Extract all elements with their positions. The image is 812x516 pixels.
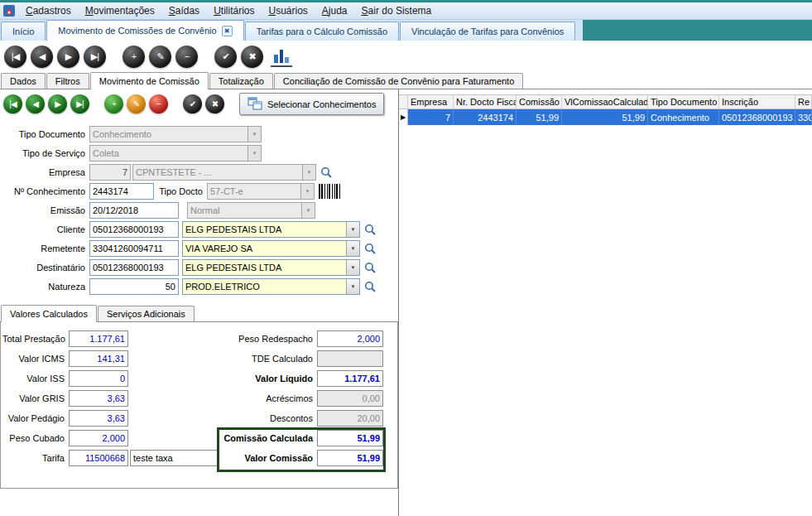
tab-movimento-de-comissao[interactable]: Movimento de Comissão bbox=[90, 72, 209, 89]
tarifa-descricao-field[interactable]: teste taxa bbox=[130, 450, 218, 466]
menu-utilitarios[interactable]: Utilitários bbox=[207, 3, 261, 18]
valor-gris-field[interactable]: 3,63 bbox=[69, 390, 128, 407]
valor-pedagio-field[interactable]: 3,63 bbox=[69, 410, 128, 427]
chevron-down-icon: ▼ bbox=[247, 146, 261, 161]
total-prestacao-field[interactable]: 1.177,61 bbox=[69, 330, 128, 347]
form-row-remetente: Remetente 33041260094711 VIA VAREJO SA ▼ bbox=[0, 240, 398, 257]
record-edit-button[interactable]: ✎ bbox=[127, 94, 146, 113]
valor-liquido-field: 1.177,61 bbox=[317, 370, 383, 387]
cliente-name-value: ELG PEDESTAIS LTDA bbox=[183, 224, 346, 234]
form-row-destinatario: Destinatário 05012368000193 ELG PEDESTAI… bbox=[0, 259, 398, 276]
tab-inicio[interactable]: Início bbox=[1, 22, 46, 41]
grid-col-comissao[interactable]: Comissão bbox=[517, 95, 562, 109]
record-confirm-button[interactable]: ✔ bbox=[183, 94, 202, 113]
cell-empresa: 7 bbox=[408, 109, 454, 125]
grid-col-re[interactable]: Re bbox=[795, 95, 812, 109]
valor-comissao-field[interactable]: 51,99 bbox=[317, 450, 383, 466]
emissao-date-field[interactable]: 20/12/2018 bbox=[89, 202, 179, 219]
tab-label: Início bbox=[12, 27, 34, 36]
natureza-code-value: 50 bbox=[166, 282, 175, 292]
menu-usuarios[interactable]: Usuários bbox=[262, 3, 314, 18]
tab-filtros[interactable]: Filtros bbox=[46, 73, 89, 89]
peso-redespacho-label: Peso Redespacho bbox=[219, 334, 317, 344]
valor-iss-field[interactable]: 0 bbox=[69, 370, 128, 387]
add-button[interactable]: + bbox=[123, 46, 145, 68]
descontos-field: 20,00 bbox=[317, 410, 383, 427]
selecionar-conhecimentos-button[interactable]: Selecionar Conhecimentos bbox=[239, 93, 384, 115]
conhecimentos-grid: Empresa Nr. Docto Fiscal Comissão VlComi… bbox=[399, 89, 812, 516]
record-add-button[interactable]: + bbox=[104, 94, 123, 113]
nav-last-button[interactable]: ▶| bbox=[84, 46, 106, 68]
search-icon[interactable] bbox=[363, 279, 377, 294]
remetente-name-combo[interactable]: VIA VAREJO SA ▼ bbox=[182, 240, 360, 257]
search-icon[interactable] bbox=[363, 260, 377, 275]
cliente-code-field[interactable]: 05012368000193 bbox=[89, 221, 179, 238]
record-nav-first-button[interactable]: |◀ bbox=[3, 94, 22, 113]
tab-dados[interactable]: Dados bbox=[1, 73, 46, 89]
tab-conciliacao[interactable]: Conciliação de Comissão de Convênio para… bbox=[274, 73, 523, 89]
value-row-tarifa: Tarifa 11500668 teste taxa bbox=[2, 450, 219, 466]
record-nav-last-button[interactable]: ▶| bbox=[70, 94, 89, 113]
cancel-button[interactable]: ✖ bbox=[241, 46, 263, 68]
tab-vinculacao-tarifas-convenios[interactable]: Vinculação de Tarifas para Convênios bbox=[400, 22, 575, 41]
search-icon[interactable] bbox=[363, 241, 377, 256]
peso-cubado-field[interactable]: 2,000 bbox=[69, 430, 128, 446]
cell-tipo-documento: Conhecimento bbox=[648, 109, 719, 125]
peso-redespacho-field[interactable]: 2,000 bbox=[317, 330, 383, 347]
grid-col-empresa[interactable]: Empresa bbox=[408, 95, 454, 109]
search-icon[interactable] bbox=[319, 165, 334, 180]
remetente-code-field[interactable]: 33041260094711 bbox=[89, 240, 179, 257]
tab-valores-calculados[interactable]: Valores Calculados bbox=[1, 305, 97, 322]
peso-redespacho-value: 2,000 bbox=[357, 334, 380, 344]
confirm-button[interactable]: ✔ bbox=[214, 46, 237, 68]
natureza-name-combo[interactable]: PROD.ELETRICO ▼ bbox=[182, 278, 360, 295]
chevron-down-icon[interactable]: ▼ bbox=[346, 260, 359, 275]
menu-cadastros[interactable]: Cadastros bbox=[19, 3, 78, 18]
valor-pedagio-label: Valor Pedágio bbox=[2, 413, 69, 423]
chevron-down-icon[interactable]: ▼ bbox=[346, 222, 359, 237]
search-icon[interactable] bbox=[363, 222, 377, 237]
tab-servicos-adicionais[interactable]: Serviços Adicionais bbox=[98, 306, 195, 321]
grid-col-nr-docto-fiscal[interactable]: Nr. Docto Fiscal bbox=[454, 95, 517, 109]
cliente-name-combo[interactable]: ELG PEDESTAIS LTDA ▼ bbox=[182, 221, 360, 238]
tab-tarifas-calculo-comissao[interactable]: Tarifas para o Cálculo Comissão bbox=[245, 22, 399, 41]
menu-movimentacoes[interactable]: Movimentações bbox=[79, 3, 161, 18]
chart-icon[interactable] bbox=[271, 46, 292, 67]
delete-button[interactable]: − bbox=[175, 46, 198, 68]
n-conhecimento-field[interactable]: 2443174 bbox=[89, 183, 154, 200]
record-nav-next-button[interactable]: ▶ bbox=[48, 94, 67, 113]
chevron-down-icon[interactable]: ▼ bbox=[346, 279, 359, 294]
tab-movimento-comissoes-convenio[interactable]: Movimento de Comissões de Convênio ✖ bbox=[46, 20, 243, 41]
nav-first-button[interactable]: |◀ bbox=[4, 46, 26, 68]
descontos-label: Descontos bbox=[219, 413, 317, 423]
nav-next-button[interactable]: ▶ bbox=[57, 46, 79, 68]
valor-pedagio-value: 3,63 bbox=[108, 413, 125, 423]
value-row-comissao-calculada: Comissão Calculada 51,99 bbox=[219, 430, 383, 446]
grid-col-vlcomissaocalculado[interactable]: VlComissaoCalculado bbox=[562, 95, 648, 109]
destinatario-name-value: ELG PEDESTAIS LTDA bbox=[183, 263, 346, 272]
chevron-down-icon[interactable]: ▼ bbox=[346, 241, 359, 256]
destinatario-code-field[interactable]: 05012368000193 bbox=[89, 259, 179, 276]
natureza-code-field[interactable]: 50 bbox=[89, 278, 179, 295]
grid-col-inscricao[interactable]: Inscrição bbox=[719, 95, 795, 109]
acrescimos-value: 0,00 bbox=[363, 393, 380, 403]
record-delete-button[interactable]: − bbox=[149, 94, 168, 113]
grid-col-tipo-documento[interactable]: Tipo Documento bbox=[648, 95, 719, 109]
tab-totalizacao[interactable]: Totalização bbox=[209, 73, 273, 89]
close-icon[interactable]: ✖ bbox=[222, 26, 233, 36]
edit-button[interactable]: ✎ bbox=[149, 46, 171, 68]
tabbar-filler bbox=[583, 20, 812, 41]
nav-prev-button[interactable]: ◀ bbox=[31, 46, 53, 68]
valor-icms-field[interactable]: 141,31 bbox=[69, 350, 128, 367]
empresa-name-value: CPNTESTETE - ... bbox=[133, 167, 302, 177]
destinatario-name-combo[interactable]: ELG PEDESTAIS LTDA ▼ bbox=[182, 259, 360, 276]
menu-saidas[interactable]: Saídas bbox=[162, 3, 206, 18]
tarifa-code-field[interactable]: 11500668 bbox=[69, 450, 128, 466]
menu-ajuda[interactable]: Ajuda bbox=[315, 3, 354, 18]
grid-row-selected[interactable]: ▶ 7 2443174 51,99 51,99 Conhecimento 050… bbox=[399, 109, 812, 125]
menu-sair-do-sistema[interactable]: Sair do Sistema bbox=[355, 3, 439, 18]
record-nav-prev-button[interactable]: ◀ bbox=[26, 94, 45, 113]
record-cancel-button[interactable]: ✖ bbox=[205, 94, 224, 113]
total-prestacao-label: Total Prestação bbox=[2, 334, 69, 344]
comissao-calculada-field[interactable]: 51,99 bbox=[317, 430, 383, 446]
